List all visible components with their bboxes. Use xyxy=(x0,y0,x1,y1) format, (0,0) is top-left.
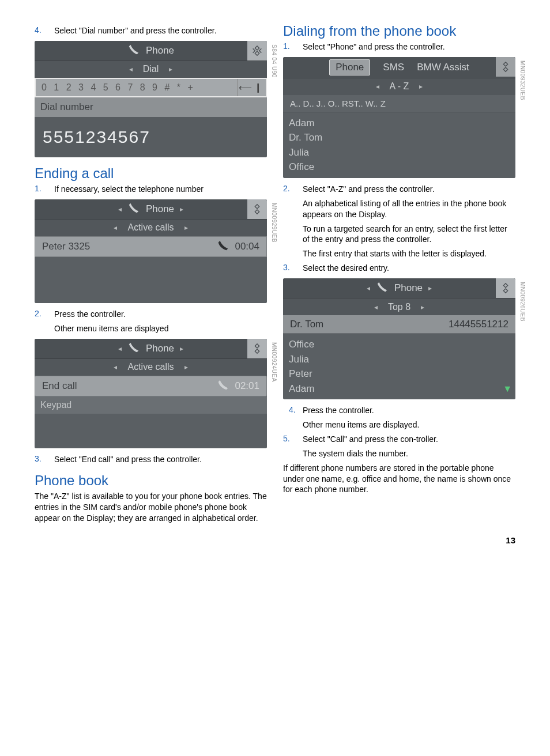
nav-diamond-icon[interactable] xyxy=(247,339,267,358)
end-call-row[interactable]: End call 02:01 xyxy=(35,376,267,396)
right-arrow-icon[interactable]: ▸ xyxy=(180,205,183,213)
step-number: 5. xyxy=(283,434,303,445)
backspace-button[interactable]: ⟵❙ xyxy=(237,79,265,96)
left-arrow-icon[interactable]: ◂ xyxy=(118,205,122,213)
right-arrow-icon[interactable]: ▸ xyxy=(184,363,188,371)
heading-dialing-phonebook: Dialing from the phone book xyxy=(283,23,515,39)
list-item[interactable]: Adam xyxy=(289,381,510,396)
step-number: 1. xyxy=(283,41,303,52)
step-number: 3. xyxy=(35,454,54,465)
list-item[interactable]: Julia xyxy=(289,145,510,160)
keypad-label: Keypad xyxy=(40,400,71,410)
step-number: 3. xyxy=(283,263,303,274)
image-code: S84 04 U90 xyxy=(271,44,277,78)
tab-bmw-assist[interactable]: BMW Assist xyxy=(417,62,469,73)
list-item[interactable]: Peter xyxy=(289,366,510,381)
tab-phone[interactable]: Phone xyxy=(329,59,370,75)
list-item[interactable]: Office xyxy=(289,160,510,175)
left-arrow-icon[interactable]: ◂ xyxy=(118,345,122,353)
scroll-down-icon[interactable]: ▼ xyxy=(503,382,512,396)
step-text: Select "End call" and press the controll… xyxy=(54,454,202,465)
step: 4. Select "Dial number" and press the co… xyxy=(35,25,267,36)
screen-title: Phone xyxy=(146,203,174,215)
screen-active-call: ◂ Phone ▸ ◂ Active calls ▸ xyxy=(35,199,267,303)
step-subtext: The first entry that starts with the let… xyxy=(303,248,515,259)
dial-number-row[interactable]: Dial number xyxy=(35,97,267,117)
step: 3. Select "End call" and press the contr… xyxy=(35,454,267,465)
phone-icon xyxy=(127,43,140,58)
step-subtext: An alphabetical listing of all the entri… xyxy=(303,198,515,220)
selected-contact-row[interactable]: Dr. Tom 14445551212 xyxy=(283,315,515,334)
dial-characters: 0 1 2 3 4 5 6 7 8 9 # * + xyxy=(42,82,195,93)
step-subtext: Other menu items are displayed xyxy=(54,323,267,334)
phone-book-paragraph: The "A-Z" list is available to you for y… xyxy=(35,491,267,524)
step-text: Press the controller. xyxy=(54,309,126,320)
submenu-label: A - Z xyxy=(390,81,409,92)
left-arrow-icon[interactable]: ◂ xyxy=(129,65,133,73)
screen-title: Phone xyxy=(394,282,423,294)
tab-sms[interactable]: SMS xyxy=(383,62,404,73)
dialed-number: 5551234567 xyxy=(35,117,267,157)
left-arrow-icon[interactable]: ◂ xyxy=(114,363,117,371)
step-number: 2. xyxy=(283,184,303,195)
letter-index-row[interactable]: A.. D.. J.. O.. RST.. W.. Z xyxy=(283,95,515,112)
step: 2. Select "A-Z" and press the controller… xyxy=(283,184,515,195)
list-item[interactable]: Adam xyxy=(289,116,510,131)
nav-diamond-icon[interactable] xyxy=(496,57,515,77)
right-arrow-icon[interactable]: ▸ xyxy=(421,303,424,311)
nav-diamond-icon[interactable] xyxy=(496,278,515,298)
call-duration: 00:04 xyxy=(235,241,259,252)
list-item[interactable]: Office xyxy=(289,337,510,352)
tail-paragraph: If different phone numbers are stored in… xyxy=(283,463,515,496)
step: 3. Select the desired entry. xyxy=(283,263,515,274)
screen-title: Phone xyxy=(146,45,174,56)
heading-ending-call: Ending a call xyxy=(35,165,267,182)
left-arrow-icon[interactable]: ◂ xyxy=(374,303,378,311)
step-number: 4. xyxy=(289,405,303,416)
list-item[interactable]: Dr. Tom xyxy=(289,130,510,145)
left-arrow-icon[interactable]: ◂ xyxy=(114,224,117,232)
right-arrow-icon[interactable]: ▸ xyxy=(419,82,423,90)
submenu-label: Active calls xyxy=(127,222,174,233)
keypad-row[interactable]: Keypad xyxy=(35,396,267,414)
caller-name: Peter xyxy=(42,241,66,252)
step-text: Select "Call" and press the con-troller. xyxy=(303,434,438,445)
step: 1. Select "Phone" and press the controll… xyxy=(283,41,515,52)
image-code: MN00929UEB xyxy=(271,203,277,243)
list-item[interactable]: Julia xyxy=(289,352,510,367)
nav-diamond-icon[interactable] xyxy=(247,41,267,61)
nav-diamond-icon[interactable] xyxy=(247,199,267,219)
step: 2. Press the controller. xyxy=(35,309,267,320)
step-text: Select the desired entry. xyxy=(303,263,389,274)
phone-icon xyxy=(127,341,140,356)
image-code: MN00932UEB xyxy=(519,61,526,100)
step-subtext: The system dials the number. xyxy=(303,448,515,459)
right-arrow-icon[interactable]: ▸ xyxy=(180,345,183,353)
step: 5. Select "Call" and press the con-troll… xyxy=(283,434,515,445)
step: 1. If necessary, select the telephone nu… xyxy=(35,184,267,195)
screen-phonebook-az: Phone SMS BMW Assist ◂ A - Z ▸ A.. D.. J… xyxy=(283,57,515,178)
screen-dial-number: Phone ◂ Dial ▸ 0 1 2 3 4 5 6 7 8 9 # * +… xyxy=(35,41,267,157)
right-arrow-icon[interactable]: ▸ xyxy=(169,65,172,73)
letter-index: A.. D.. J.. O.. RST.. W.. Z xyxy=(290,99,386,108)
right-arrow-icon[interactable]: ▸ xyxy=(428,284,432,292)
step-number: 2. xyxy=(35,309,54,320)
step-subtext: To run a targeted search for an entry, s… xyxy=(303,224,515,245)
handset-icon xyxy=(217,239,230,254)
step-text: Press the controller. xyxy=(303,405,374,416)
selected-number: 14445551212 xyxy=(449,319,508,330)
screen-top8: ◂ Phone ▸ ◂ Top 8 ▸ xyxy=(283,278,515,399)
right-arrow-icon[interactable]: ▸ xyxy=(184,224,188,232)
submenu-label: Dial xyxy=(143,64,159,74)
dial-characters-row[interactable]: 0 1 2 3 4 5 6 7 8 9 # * + ⟵❙ xyxy=(35,78,267,97)
step-text: If necessary, select the telephone numbe… xyxy=(54,184,204,195)
active-call-row[interactable]: Peter 3325 00:04 xyxy=(35,236,267,257)
step-text: Select "Dial number" and press the contr… xyxy=(54,25,217,36)
left-arrow-icon[interactable]: ◂ xyxy=(376,82,379,90)
step-number: 4. xyxy=(35,25,54,36)
image-code: MN00924UEA xyxy=(271,342,277,382)
left-arrow-icon[interactable]: ◂ xyxy=(367,284,370,292)
step-text: Select "A-Z" and press the controller. xyxy=(303,184,435,195)
selected-name: Dr. Tom xyxy=(290,319,323,330)
handset-icon xyxy=(217,378,230,394)
